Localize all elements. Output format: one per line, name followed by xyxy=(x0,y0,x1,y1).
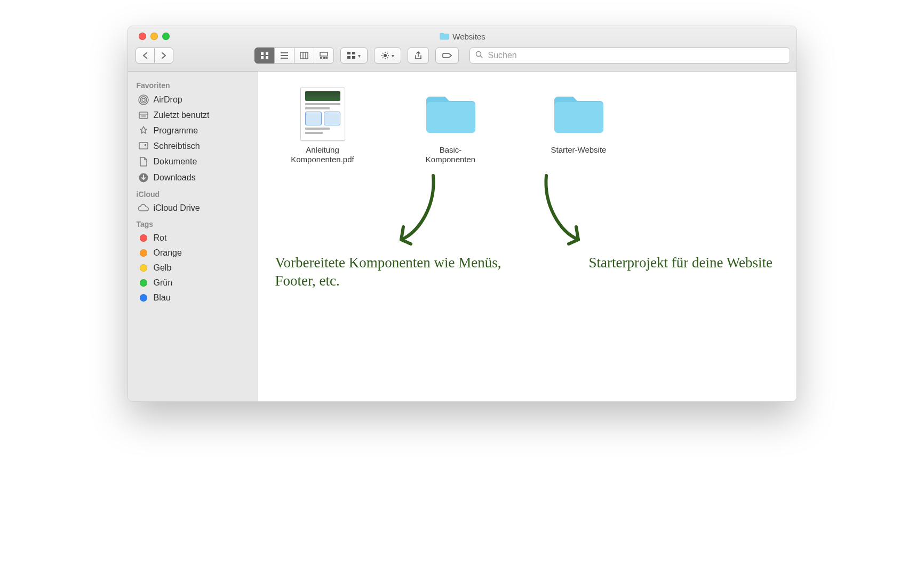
annotation-text-right: Starterprojekt für deine Website xyxy=(589,254,792,272)
document-thumbnail-icon xyxy=(296,88,349,141)
sidebar-section-favorites: Favoriten AirDrop Zuletzt benutzt Progra… xyxy=(128,79,258,186)
nav-back-button[interactable] xyxy=(136,48,155,64)
annotation-arrow-icon xyxy=(391,173,444,250)
svg-rect-1 xyxy=(266,52,268,55)
desktop-icon xyxy=(138,141,149,151)
close-button[interactable] xyxy=(139,33,146,40)
file-name: Starter-Website xyxy=(539,145,619,155)
window-title: Websites xyxy=(440,32,485,41)
sidebar-item-airdrop[interactable]: AirDrop xyxy=(128,92,258,108)
tags-button[interactable] xyxy=(435,48,459,64)
file-item-folder[interactable]: Basic- Komponenten xyxy=(411,82,491,164)
svg-rect-3 xyxy=(266,56,268,59)
svg-rect-8 xyxy=(325,57,328,59)
minimize-button[interactable] xyxy=(150,33,158,40)
sidebar-item-label: Downloads xyxy=(154,173,196,183)
svg-rect-11 xyxy=(347,56,351,59)
file-item-folder[interactable]: Starter-Website xyxy=(539,82,619,155)
folder-icon xyxy=(440,33,449,40)
tag-dot-icon xyxy=(138,294,149,302)
icloud-icon xyxy=(138,204,149,212)
sidebar-section-tags: Tags Rot Orange Gelb Grün xyxy=(128,218,258,305)
chevron-down-icon: ▾ xyxy=(392,53,394,59)
titlebar: Websites xyxy=(136,30,790,43)
view-list-button[interactable] xyxy=(274,48,294,64)
sidebar-heading: iCloud xyxy=(128,188,258,201)
tag-dot-icon xyxy=(138,279,149,287)
svg-point-14 xyxy=(476,52,481,57)
tag-dot-icon xyxy=(138,234,149,242)
search-icon xyxy=(475,51,483,60)
svg-rect-18 xyxy=(139,112,148,118)
sidebar-item-desktop[interactable]: Schreibtisch xyxy=(128,139,258,154)
toolbar: Websites ▾ ▾ xyxy=(128,26,796,72)
sidebar-tag-yellow[interactable]: Gelb xyxy=(128,260,258,275)
airdrop-icon xyxy=(138,94,149,105)
sidebar-heading: Tags xyxy=(128,218,258,231)
file-name: Anleitung Komponenten.pdf xyxy=(283,145,363,164)
tag-dot-icon xyxy=(138,264,149,272)
annotation-arrow-icon xyxy=(536,173,589,250)
folder-icon xyxy=(552,88,606,141)
window-title-text: Websites xyxy=(452,32,485,41)
downloads-icon xyxy=(138,172,149,183)
action-menu-button[interactable]: ▾ xyxy=(374,48,401,64)
group-by-button[interactable]: ▾ xyxy=(340,48,368,64)
sidebar-item-label: Blau xyxy=(154,293,171,303)
view-columns-button[interactable] xyxy=(294,48,314,64)
sidebar-item-label: iCloud Drive xyxy=(154,203,200,213)
sidebar-item-recents[interactable]: Zuletzt benutzt xyxy=(128,108,258,123)
sidebar-item-label: Schreibtisch xyxy=(154,141,200,151)
content-area[interactable]: Anleitung Komponenten.pdf Basic- Kompone… xyxy=(258,72,796,401)
toolbar-controls: ▾ ▾ xyxy=(136,45,790,67)
sidebar-section-icloud: iCloud iCloud Drive xyxy=(128,188,258,216)
applications-icon xyxy=(138,125,149,136)
sidebar-item-documents[interactable]: Dokumente xyxy=(128,154,258,170)
svg-rect-4 xyxy=(300,52,308,59)
sidebar-item-downloads[interactable]: Downloads xyxy=(128,170,258,186)
folder-icon xyxy=(424,88,477,141)
search-field[interactable] xyxy=(469,48,790,64)
annotation-text-left: Vorbereitete Komponenten wie Menüs, Foot… xyxy=(275,254,542,290)
view-icon-button[interactable] xyxy=(254,48,275,64)
window-body: Favoriten AirDrop Zuletzt benutzt Progra… xyxy=(128,72,796,401)
sidebar-item-icloud-drive[interactable]: iCloud Drive xyxy=(128,201,258,216)
file-name: Basic- Komponenten xyxy=(411,145,491,164)
svg-rect-5 xyxy=(320,52,328,56)
svg-rect-12 xyxy=(352,56,355,59)
sidebar-tag-red[interactable]: Rot xyxy=(128,231,258,246)
sidebar-item-label: Dokumente xyxy=(154,157,197,167)
view-mode-switcher xyxy=(254,48,334,64)
window-controls xyxy=(139,33,170,40)
search-container xyxy=(469,48,790,64)
sidebar-item-applications[interactable]: Programme xyxy=(128,123,258,139)
sidebar-tag-blue[interactable]: Blau xyxy=(128,290,258,305)
view-gallery-button[interactable] xyxy=(314,48,334,64)
svg-rect-2 xyxy=(261,56,264,59)
nav-forward-button[interactable] xyxy=(154,48,173,64)
svg-rect-20 xyxy=(145,144,146,146)
svg-rect-7 xyxy=(323,57,325,59)
sidebar-item-label: Gelb xyxy=(154,263,172,273)
file-item-pdf[interactable]: Anleitung Komponenten.pdf xyxy=(283,82,363,164)
svg-point-13 xyxy=(384,54,387,57)
sidebar-item-label: AirDrop xyxy=(154,95,182,105)
finder-window: Websites ▾ ▾ xyxy=(128,26,797,402)
svg-rect-19 xyxy=(139,142,148,149)
svg-rect-9 xyxy=(347,52,351,54)
sidebar-item-label: Rot xyxy=(154,233,167,243)
svg-point-16 xyxy=(140,97,147,103)
sidebar: Favoriten AirDrop Zuletzt benutzt Progra… xyxy=(128,72,258,401)
sidebar-tag-orange[interactable]: Orange xyxy=(128,246,258,260)
svg-rect-10 xyxy=(352,52,355,54)
file-items: Anleitung Komponenten.pdf Basic- Kompone… xyxy=(283,82,786,164)
svg-rect-0 xyxy=(261,52,264,55)
search-input[interactable] xyxy=(487,50,784,61)
sidebar-tag-green[interactable]: Grün xyxy=(128,275,258,290)
zoom-button[interactable] xyxy=(162,33,170,40)
sidebar-item-label: Zuletzt benutzt xyxy=(154,110,210,120)
tag-dot-icon xyxy=(138,249,149,257)
documents-icon xyxy=(138,156,149,167)
chevron-down-icon: ▾ xyxy=(358,53,361,59)
share-button[interactable] xyxy=(408,48,429,64)
